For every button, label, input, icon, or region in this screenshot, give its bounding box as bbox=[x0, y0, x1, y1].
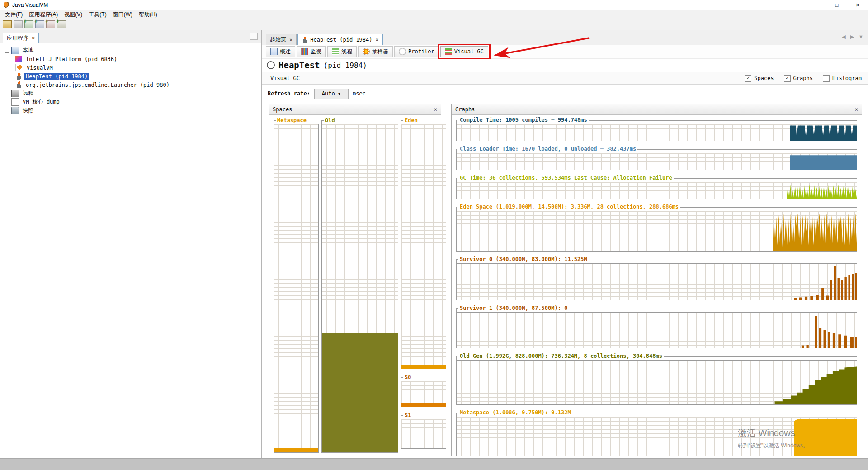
checkbox-label: Histogram bbox=[832, 75, 862, 81]
java-app-icon bbox=[15, 81, 22, 88]
document-tab[interactable]: HeapTest (pid 1984)× bbox=[297, 34, 383, 45]
sampler-icon bbox=[363, 48, 370, 55]
maximize-button[interactable]: □ bbox=[826, 0, 847, 10]
page-pid: (pid 1984) bbox=[324, 61, 367, 70]
tree-item[interactable]: org.jetbrains.jps.cmdline.Launcher (pid … bbox=[0, 81, 261, 89]
graph-chart-old-gen bbox=[456, 360, 857, 405]
minimize-button[interactable]: ─ bbox=[806, 0, 826, 10]
annotation-red-arrow bbox=[492, 34, 596, 63]
visualvm-logo-icon bbox=[4, 2, 9, 8]
graph-chart-survivor-1 bbox=[456, 312, 857, 348]
tree-item-label: IntelliJ Platform (pid 6836) bbox=[24, 56, 118, 63]
sidebar-tab-applications[interactable]: 应用程序 × bbox=[3, 33, 39, 43]
java-app-icon bbox=[302, 37, 308, 43]
subtoolbar-button-抽样器[interactable]: 抽样器 bbox=[358, 46, 393, 57]
graph-title-survivor-1: Survivor 1 (340.000M, 87.500M): 0 bbox=[458, 305, 569, 311]
subtoolbar-button-label: Profiler bbox=[408, 48, 434, 55]
label-rule bbox=[412, 413, 446, 416]
title-bar: Java VisualVM ─ □ ✕ bbox=[0, 0, 868, 10]
title-rule bbox=[664, 353, 857, 357]
tree-item[interactable]: VisualVM bbox=[0, 63, 261, 72]
checkbox-spaces[interactable]: ✓Spaces bbox=[745, 75, 774, 82]
menu-item[interactable]: 帮助(H) bbox=[136, 10, 160, 19]
window-title: Java VisualVM bbox=[12, 2, 48, 8]
new-heap-dump-icon[interactable] bbox=[46, 20, 55, 28]
refresh-rate-select[interactable]: Auto ▾ bbox=[314, 89, 349, 99]
menu-item[interactable]: 视图(V) bbox=[61, 10, 85, 19]
old-space-chart bbox=[321, 124, 398, 453]
close-icon[interactable]: × bbox=[434, 106, 437, 113]
graph-title-row: Eden Space (1,019.000M, 14.500M): 3.336M… bbox=[456, 204, 857, 211]
graph-title-gc-time: GC Time: 36 collections, 593.534ms Last … bbox=[458, 175, 674, 181]
close-icon[interactable]: × bbox=[376, 37, 379, 43]
tree-item[interactable]: 快照 bbox=[0, 106, 261, 115]
annotation-red-box bbox=[438, 44, 491, 59]
tree-item[interactable]: IntelliJ Platform (pid 6836) bbox=[0, 55, 261, 63]
label-rule bbox=[412, 375, 446, 378]
spaces-panel-title: Spaces bbox=[273, 106, 292, 113]
checkbox-icon bbox=[823, 75, 830, 82]
main-area: 应用程序 × − −本地IntelliJ Platform (pid 6836)… bbox=[0, 30, 868, 459]
subtoolbar-button-label: 线程 bbox=[341, 48, 352, 56]
s0-label: S0 bbox=[403, 375, 412, 380]
refresh-rate-unit: msec. bbox=[353, 90, 369, 97]
subtoolbar-button-profiler[interactable]: Profiler bbox=[394, 46, 439, 57]
menu-item[interactable]: 文件(F) bbox=[2, 10, 26, 19]
tree-item[interactable]: −本地 bbox=[0, 46, 261, 55]
document-tab[interactable]: 起始页× bbox=[266, 34, 297, 45]
graph-title-survivor-0: Survivor 0 (340.000M, 83.000M): 11.525M bbox=[458, 256, 589, 262]
intellij-icon bbox=[15, 56, 22, 62]
label-rule bbox=[336, 118, 398, 121]
close-icon[interactable]: × bbox=[855, 106, 858, 113]
old-fill-bar bbox=[322, 333, 398, 452]
checkbox-icon: ✓ bbox=[784, 75, 791, 82]
subtoolbar-button-监视[interactable]: 监视 bbox=[297, 46, 326, 57]
expander-icon[interactable]: − bbox=[5, 48, 9, 53]
subtoolbar-button-概述[interactable]: 概述 bbox=[266, 46, 295, 57]
graphs-body: Compile Time: 1005 compiles — 994.748msC… bbox=[452, 115, 862, 456]
save-snapshot-icon[interactable] bbox=[14, 20, 23, 28]
metaspace-space-chart bbox=[274, 124, 319, 453]
tree-item-label: VM 核心 dump bbox=[21, 98, 61, 106]
checkbox-histogram[interactable]: Histogram bbox=[823, 75, 862, 82]
prev-tab-icon[interactable]: ◀ bbox=[842, 34, 845, 40]
menu-item[interactable]: 窗口(W) bbox=[110, 10, 136, 19]
graph-title-row: Old Gen (1.992G, 828.000M): 736.324M, 8 … bbox=[456, 353, 857, 360]
spaces-panel-header: Spaces × bbox=[269, 104, 441, 115]
title-rule bbox=[589, 256, 857, 260]
graph-title-row: Compile Time: 1005 compiles — 994.748ms bbox=[456, 117, 857, 124]
metaspace-label: Metaspace bbox=[276, 118, 308, 123]
graph-row-old-gen: Old Gen (1.992G, 828.000M): 736.324M, 8 … bbox=[456, 353, 857, 405]
tree-item-label: 远程 bbox=[21, 89, 35, 98]
new-thread-dump-icon[interactable] bbox=[35, 20, 44, 28]
next-tab-icon[interactable]: ▶ bbox=[850, 34, 854, 40]
tree-item[interactable]: VM 核心 dump bbox=[0, 98, 261, 106]
subtoolbar-button-线程[interactable]: 线程 bbox=[327, 46, 357, 57]
close-icon[interactable]: × bbox=[289, 37, 292, 43]
close-button[interactable]: ✕ bbox=[847, 0, 868, 10]
new-core-dump-icon[interactable] bbox=[57, 20, 66, 28]
new-application-snapshot-icon[interactable] bbox=[24, 20, 33, 28]
main-toolbar bbox=[0, 19, 868, 30]
graph-row-class-loader-time: Class Loader Time: 1670 loaded, 0 unload… bbox=[456, 146, 857, 170]
graphs-panel-title: Graphs bbox=[455, 106, 475, 113]
tab-list-icon[interactable]: ▼ bbox=[859, 34, 863, 40]
tab-navigation: ◀▶▼ bbox=[842, 34, 863, 40]
tree-item[interactable]: HeapTest (pid 1984) bbox=[0, 72, 261, 81]
window-controls: ─ □ ✕ bbox=[806, 0, 868, 10]
menu-item[interactable]: 工具(T) bbox=[85, 10, 109, 19]
graph-chart-metaspace bbox=[456, 417, 857, 456]
s1-section: S1 bbox=[401, 413, 446, 449]
sidebar-tabstrip: 应用程序 × − bbox=[0, 30, 261, 43]
tree-item-label: 快照 bbox=[21, 106, 35, 115]
process-icon bbox=[267, 61, 275, 69]
visualgc-label-row: Visual GC ✓Spaces✓GraphsHistogram bbox=[262, 72, 868, 85]
applications-tree: −本地IntelliJ Platform (pid 6836)VisualVMH… bbox=[0, 43, 261, 459]
checkbox-graphs[interactable]: ✓Graphs bbox=[784, 75, 813, 82]
sidebar-minimize-button[interactable]: − bbox=[250, 33, 258, 40]
tree-item[interactable]: 远程 bbox=[0, 89, 261, 98]
eden-label: Eden bbox=[403, 118, 419, 123]
s0-fill-bar bbox=[401, 403, 446, 407]
close-icon[interactable]: × bbox=[32, 35, 35, 41]
open-snapshot-icon[interactable] bbox=[3, 20, 12, 28]
